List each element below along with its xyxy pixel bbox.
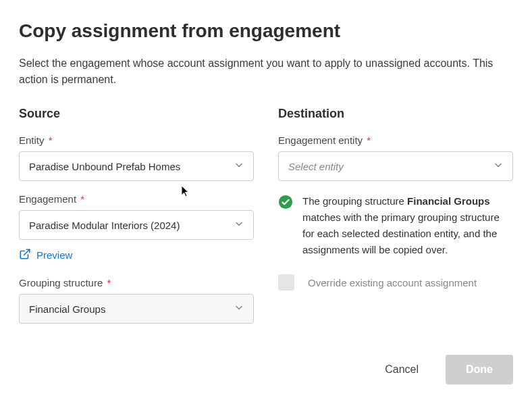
entity-label: Entity * (19, 134, 254, 146)
form-columns: Source Entity * Paradise Unbound Prefab … (19, 107, 513, 336)
dest-entity-label: Engagement entity * (278, 134, 513, 146)
preview-link-text: Preview (36, 249, 72, 261)
source-heading: Source (19, 107, 254, 121)
grouping-select[interactable]: Financial Groups (19, 294, 254, 324)
dialog-buttons: Cancel Done (19, 355, 513, 384)
chevron-down-icon (234, 220, 244, 231)
engagement-label: Engagement * (19, 193, 254, 205)
chevron-down-icon (494, 161, 503, 172)
entity-select[interactable]: Paradise Unbound Prefab Homes (19, 151, 254, 181)
chevron-down-icon (234, 303, 244, 315)
dest-entity-placeholder: Select entity (288, 161, 344, 172)
entity-label-text: Entity (19, 134, 45, 146)
engagement-label-text: Engagement (19, 193, 76, 205)
dest-entity-label-text: Engagement entity (278, 134, 363, 146)
check-circle-icon (278, 195, 293, 212)
dest-entity-select[interactable]: Select entity (278, 151, 513, 181)
required-asterisk: * (364, 134, 371, 146)
done-button[interactable]: Done (446, 355, 513, 384)
destination-column: Destination Engagement entity * Select e… (278, 107, 513, 336)
required-asterisk: * (104, 277, 111, 288)
override-checkbox[interactable] (278, 274, 294, 291)
override-row: Override existing account assignment (278, 274, 513, 291)
grouping-label-text: Grouping structure (19, 277, 103, 288)
entity-select-value: Paradise Unbound Prefab Homes (29, 161, 180, 172)
required-asterisk: * (78, 193, 84, 205)
grouping-select-value: Financial Groups (29, 303, 105, 315)
override-label: Override existing account assignment (308, 277, 477, 288)
grouping-label: Grouping structure * (19, 277, 254, 288)
grouping-match-info: The grouping structure Financial Groups … (278, 193, 513, 258)
dialog-title: Copy assignment from engagement (19, 20, 513, 42)
cancel-button[interactable]: Cancel (369, 355, 435, 384)
source-column: Source Entity * Paradise Unbound Prefab … (19, 107, 254, 336)
dialog-description: Select the engagement whose account assi… (19, 55, 513, 88)
svg-line-0 (24, 249, 30, 255)
preview-link[interactable]: Preview (19, 248, 72, 262)
external-link-icon (19, 248, 31, 262)
engagement-select[interactable]: Paradise Modular Interiors (2024) (19, 210, 254, 240)
engagement-select-value: Paradise Modular Interiors (2024) (29, 220, 180, 231)
grouping-match-text: The grouping structure Financial Groups … (302, 193, 513, 258)
destination-heading: Destination (278, 107, 513, 121)
required-asterisk: * (46, 134, 53, 146)
chevron-down-icon (234, 161, 244, 172)
